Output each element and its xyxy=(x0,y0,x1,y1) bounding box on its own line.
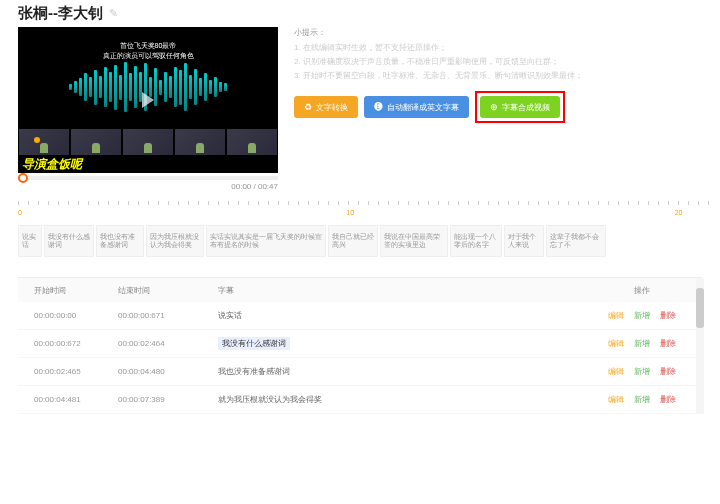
timeline-segment[interactable]: 对于我个人来说 xyxy=(504,225,544,257)
cell-start: 00:00:02:465 xyxy=(18,367,118,376)
cell-ops: 编辑新增删除 xyxy=(582,310,702,321)
video-caption: 导演盒饭呢 xyxy=(22,156,82,173)
cell-ops: 编辑新增删除 xyxy=(582,366,702,377)
cell-ops: 编辑新增删除 xyxy=(582,394,702,405)
video-overlay-1: 首位飞天奖80最帝 xyxy=(120,41,177,51)
cell-start: 00:00:00:00 xyxy=(18,311,118,320)
tips-title: 小提示： xyxy=(294,27,702,38)
ruler-tick: 10 xyxy=(346,209,354,216)
cell-sub[interactable]: 说实话 xyxy=(218,310,582,321)
cell-end: 00:00:04:480 xyxy=(118,367,218,376)
ruler-tick: 0 xyxy=(18,209,22,216)
header-start: 开始时间 xyxy=(18,285,118,296)
cell-ops: 编辑新增删除 xyxy=(582,338,702,349)
cell-sub[interactable]: 我也没有准备感谢词 xyxy=(218,366,582,377)
table-row[interactable]: 00:00:04:48100:00:07:389就为我压根就没认为我会得奖编辑新… xyxy=(18,386,702,414)
video-time: 00:00 / 00:47 xyxy=(18,182,278,191)
ruler-tick: 20 xyxy=(675,209,683,216)
progress-handle[interactable] xyxy=(18,173,28,183)
add-link[interactable]: 新增 xyxy=(634,366,650,377)
tip-3: 3. 开始时不要留空白段，吐字标准、无杂音、无背景乐、断句清晰识别效果最佳； xyxy=(294,70,702,81)
timeline-segment[interactable]: 能出现一个八零后的名字 xyxy=(450,225,502,257)
tip-2: 2. 识别准确度取决于声音质量，不稳准日严重影响使用，可反馈至向往群； xyxy=(294,56,702,67)
edit-link[interactable]: 编辑 xyxy=(608,338,624,349)
video-progress[interactable] xyxy=(18,176,278,180)
cell-sub[interactable]: 我没有什么感谢词 xyxy=(218,337,582,350)
timeline-segment[interactable]: 我没有什么感谢词 xyxy=(44,225,94,257)
scroll-thumb[interactable] xyxy=(696,288,704,328)
scrollbar[interactable] xyxy=(696,278,704,414)
timeline-track[interactable]: 说实话我没有什么感谢词我也没有准备感谢词因为我压根就没认为我会得奖实话实说其实是… xyxy=(18,225,702,257)
cell-end: 00:00:00:671 xyxy=(118,311,218,320)
add-link[interactable]: 新增 xyxy=(634,338,650,349)
timeline-segment[interactable]: 我也没有准备感谢词 xyxy=(96,225,144,257)
video-icon: ⊕ xyxy=(490,102,498,112)
edit-link[interactable]: 编辑 xyxy=(608,310,624,321)
table-row[interactable]: 00:00:00:67200:00:02:464我没有什么感谢词编辑新增删除 xyxy=(18,330,702,358)
doc-icon: ♻ xyxy=(304,102,312,112)
edit-link[interactable]: 编辑 xyxy=(608,394,624,405)
del-link[interactable]: 删除 xyxy=(660,394,676,405)
timeline-segment[interactable]: 我自己就已经高兴 xyxy=(328,225,378,257)
timeline-segment[interactable]: 因为我压根就没认为我会得奖 xyxy=(146,225,204,257)
play-icon[interactable] xyxy=(142,92,154,108)
highlight-box: ⊕字幕合成视频 xyxy=(475,91,565,123)
convert-text-button[interactable]: ♻文字转换 xyxy=(294,96,358,118)
timeline-ruler[interactable]: 01020 xyxy=(18,201,702,221)
cell-sub[interactable]: 就为我压根就没认为我会得奖 xyxy=(218,394,582,405)
table-row[interactable]: 00:00:00:0000:00:00:671说实话编辑新增删除 xyxy=(18,302,702,330)
del-link[interactable]: 删除 xyxy=(660,366,676,377)
add-link[interactable]: 新增 xyxy=(634,394,650,405)
video-thumbnail[interactable]: 首位飞天奖80最帝 真正的演员可以驾驭任何角色 导演盒饭呢 xyxy=(18,27,278,173)
translate-icon: 🅔 xyxy=(374,102,383,112)
timeline-segment[interactable]: 我说在中国最高荣誉的实项里边 xyxy=(380,225,448,257)
del-link[interactable]: 删除 xyxy=(660,310,676,321)
timeline-segment[interactable]: 实话实说其实是一届飞天奖的时候宣布有提名的时候 xyxy=(206,225,326,257)
video-overlay-2: 真正的演员可以驾驭任何角色 xyxy=(103,51,194,61)
timeline-segment[interactable]: 说实话 xyxy=(18,225,42,257)
cell-end: 00:00:07:389 xyxy=(118,395,218,404)
cell-start: 00:00:00:672 xyxy=(18,339,118,348)
subtitle-table: 开始时间 结束时间 字幕 操作 00:00:00:0000:00:00:671说… xyxy=(18,277,702,414)
add-link[interactable]: 新增 xyxy=(634,310,650,321)
table-row[interactable]: 00:00:02:46500:00:04:480我也没有准备感谢词编辑新增删除 xyxy=(18,358,702,386)
compose-video-button[interactable]: ⊕字幕合成视频 xyxy=(480,96,560,118)
page-title: 张桐--李大钊 xyxy=(18,4,103,23)
header-end: 结束时间 xyxy=(118,285,218,296)
edit-link[interactable]: 编辑 xyxy=(608,366,624,377)
header-sub: 字幕 xyxy=(218,285,582,296)
video-player: 首位飞天奖80最帝 真正的演员可以驾驭任何角色 导演盒饭呢 00:00 / 00… xyxy=(18,27,278,191)
del-link[interactable]: 删除 xyxy=(660,338,676,349)
cell-start: 00:00:04:481 xyxy=(18,395,118,404)
tip-1: 1. 在线编辑实时生效，暂不支持还原操作； xyxy=(294,42,702,53)
timeline-segment[interactable]: 这辈子我都不会忘了不 xyxy=(546,225,606,257)
edit-title-icon[interactable]: ✎ xyxy=(109,7,118,20)
cell-end: 00:00:02:464 xyxy=(118,339,218,348)
header-ops: 操作 xyxy=(582,285,702,296)
translate-button[interactable]: 🅔自动翻译成英文字幕 xyxy=(364,96,469,118)
